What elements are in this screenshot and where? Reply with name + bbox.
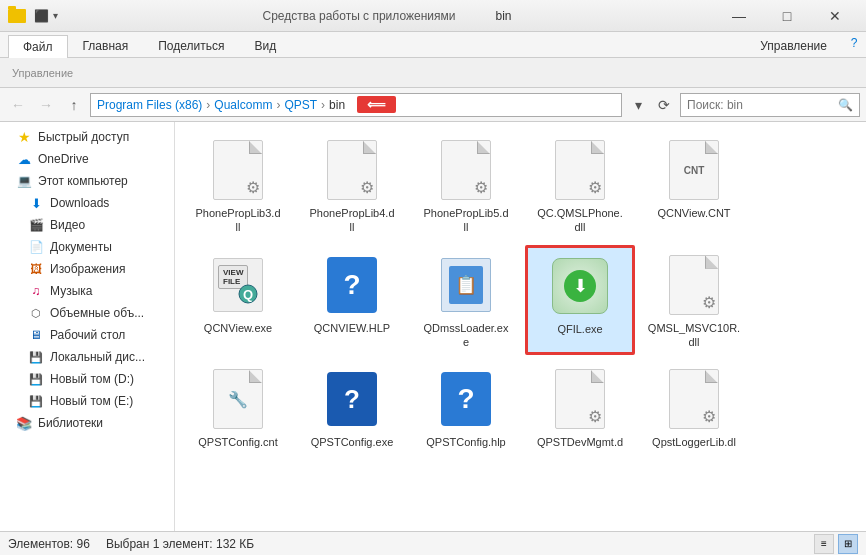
file-item-qdmssloader[interactable]: 📋 QDmssLoader.exe bbox=[411, 245, 521, 356]
sidebar-label-volume-d: Новый том (D:) bbox=[50, 372, 134, 386]
content-area: ⚙ PhonePropLib3.dll ⚙ PhonePropLib4.dll … bbox=[175, 122, 866, 531]
gear-icon-6: ⚙ bbox=[588, 407, 602, 426]
desktop-icon: 🖥 bbox=[28, 327, 44, 343]
view-large-icons-button[interactable]: ⊞ bbox=[838, 534, 858, 554]
sidebar-item-onedrive[interactable]: ☁ OneDrive bbox=[0, 148, 174, 170]
tab-view[interactable]: Вид bbox=[239, 34, 291, 57]
downloads-icon: ⬇ bbox=[28, 195, 44, 211]
breadcrumb-bin[interactable]: bin bbox=[329, 98, 345, 112]
sidebar-item-computer[interactable]: 💻 Этот компьютер bbox=[0, 170, 174, 192]
sidebar-label-libraries: Библиотеки bbox=[38, 416, 103, 430]
help-icon-qcnview: ? bbox=[327, 257, 377, 313]
refresh-address-button[interactable]: ⟳ bbox=[652, 93, 676, 117]
file-icon-qpstdevmgmt: ⚙ bbox=[548, 367, 612, 431]
up-button[interactable]: ↑ bbox=[62, 93, 86, 117]
qfil-download-arrow: ⬇ bbox=[564, 270, 596, 302]
main-area: ★ Быстрый доступ ☁ OneDrive 💻 Этот компь… bbox=[0, 122, 866, 531]
file-name-qpstconfigcnt: QPSTConfig.cnt bbox=[198, 435, 277, 449]
file-item-phoneproplib5[interactable]: ⚙ PhonePropLib5.dll bbox=[411, 130, 521, 241]
file-name-qpstloggerlib: QpstLoggerLib.dl bbox=[652, 435, 736, 449]
ribbon-help-button[interactable]: ? bbox=[842, 31, 866, 55]
file-item-qcqmslphone[interactable]: ⚙ QC.QMSLPhone.dll bbox=[525, 130, 635, 241]
file-icon-qdmssloader: 📋 bbox=[434, 253, 498, 317]
search-input[interactable] bbox=[687, 98, 838, 112]
file-name-qfil: QFIL.exe bbox=[557, 322, 602, 336]
file-item-qpstconfigexe[interactable]: ? QPSTConfig.exe bbox=[297, 359, 407, 455]
file-item-qpstconfigcnt[interactable]: 🔧 QPSTConfig.cnt bbox=[183, 359, 293, 455]
red-arrow-annotation: ⟸ bbox=[357, 96, 396, 113]
gear-icon-3: ⚙ bbox=[474, 178, 488, 197]
forward-button[interactable]: → bbox=[34, 93, 58, 117]
view-toggle-buttons: ≡ ⊞ bbox=[814, 534, 858, 554]
file-item-qcnviewexe[interactable]: VIEWFILE Q QCNView.exe bbox=[183, 245, 293, 356]
breadcrumb-qualcomm[interactable]: Qualcomm bbox=[214, 98, 272, 112]
sidebar-item-3d-objects[interactable]: ⬡ Объемные объ... bbox=[0, 302, 174, 324]
close-button[interactable]: ✕ bbox=[812, 2, 858, 30]
tab-file[interactable]: Файл bbox=[8, 35, 68, 58]
sidebar-item-quick-access[interactable]: ★ Быстрый доступ bbox=[0, 126, 174, 148]
breadcrumb-qpst[interactable]: QPST bbox=[284, 98, 317, 112]
file-icon-qfil: ⬇ bbox=[548, 254, 612, 318]
sidebar-item-volume-e[interactable]: 💾 Новый том (E:) bbox=[0, 390, 174, 412]
file-item-qmslmsvc10[interactable]: ⚙ QMSL_MSVC10R.dll bbox=[639, 245, 749, 356]
sidebar-label-computer: Этот компьютер bbox=[38, 174, 128, 188]
file-item-qfil[interactable]: ⬇ QFIL.exe bbox=[525, 245, 635, 356]
star-icon: ★ bbox=[16, 129, 32, 145]
file-item-qpstconfighlp[interactable]: ? QPSTConfig.hlp bbox=[411, 359, 521, 455]
docs-icon: 📄 bbox=[28, 239, 44, 255]
title-quick-icon1: ⬛ bbox=[34, 9, 49, 23]
sidebar-item-local-disk[interactable]: 💾 Локальный дис... bbox=[0, 346, 174, 368]
sidebar-label-quick-access: Быстрый доступ bbox=[38, 130, 129, 144]
video-icon: 🎬 bbox=[28, 217, 44, 233]
file-name-qcnviewexe: QCNView.exe bbox=[204, 321, 272, 335]
gear-icon-2: ⚙ bbox=[360, 178, 374, 197]
search-box[interactable]: 🔍 bbox=[680, 93, 860, 117]
file-item-qcnviewcnt[interactable]: CNT QCNView.CNT bbox=[639, 130, 749, 241]
sidebar-item-libraries[interactable]: 📚 Библиотеки bbox=[0, 412, 174, 434]
sidebar-item-downloads[interactable]: ⬇ Downloads bbox=[0, 192, 174, 214]
file-item-phoneproplib3[interactable]: ⚙ PhonePropLib3.dll bbox=[183, 130, 293, 241]
gear-icon-5: ⚙ bbox=[702, 293, 716, 312]
sidebar-label-volume-e: Новый том (E:) bbox=[50, 394, 133, 408]
file-item-qpstdevmgmt[interactable]: ⚙ QPSTDevMgmt.d bbox=[525, 359, 635, 455]
sidebar-label-downloads: Downloads bbox=[50, 196, 109, 210]
file-item-qcnviewhlp[interactable]: ? QCNVIEW.HLP bbox=[297, 245, 407, 356]
file-name-qcqmslphone: QC.QMSLPhone.dll bbox=[537, 206, 623, 235]
minimize-button[interactable]: — bbox=[716, 2, 762, 30]
file-name-qpstdevmgmt: QPSTDevMgmt.d bbox=[537, 435, 623, 449]
breadcrumb-program-files[interactable]: Program Files (x86) bbox=[97, 98, 202, 112]
tab-share[interactable]: Поделиться bbox=[143, 34, 239, 57]
computer-icon: 💻 bbox=[16, 173, 32, 189]
back-button[interactable]: ← bbox=[6, 93, 30, 117]
sidebar: ★ Быстрый доступ ☁ OneDrive 💻 Этот компь… bbox=[0, 122, 175, 531]
dropdown-button[interactable]: ▾ bbox=[626, 93, 650, 117]
sidebar-item-video[interactable]: 🎬 Видео bbox=[0, 214, 174, 236]
tab-home[interactable]: Главная bbox=[68, 34, 144, 57]
file-icon-qcnviewhlp: ? bbox=[320, 253, 384, 317]
manage-label: Управление bbox=[12, 67, 73, 79]
file-icon-qpstconfighlp: ? bbox=[434, 367, 498, 431]
cloud-icon: ☁ bbox=[16, 151, 32, 167]
sidebar-item-docs[interactable]: 📄 Документы bbox=[0, 236, 174, 258]
file-icon-phoneproplib4: ⚙ bbox=[320, 138, 384, 202]
maximize-button[interactable]: □ bbox=[764, 2, 810, 30]
sidebar-item-music[interactable]: ♫ Музыка bbox=[0, 280, 174, 302]
address-box[interactable]: Program Files (x86) › Qualcomm › QPST › … bbox=[90, 93, 622, 117]
file-item-qpstloggerlib[interactable]: ⚙ QpstLoggerLib.dl bbox=[639, 359, 749, 455]
file-item-phoneproplib4[interactable]: ⚙ PhonePropLib4.dll bbox=[297, 130, 407, 241]
ribbon-bar: Управление bbox=[0, 58, 866, 88]
sidebar-label-docs: Документы bbox=[50, 240, 112, 254]
file-name-phoneproplib5: PhonePropLib5.dll bbox=[423, 206, 508, 235]
address-actions: ▾ ⟳ bbox=[626, 93, 676, 117]
sidebar-label-video: Видео bbox=[50, 218, 85, 232]
hdd-icon-d: 💾 bbox=[28, 371, 44, 387]
view-details-button[interactable]: ≡ bbox=[814, 534, 834, 554]
file-icon-qcqmslphone: ⚙ bbox=[548, 138, 612, 202]
images-icon: 🖼 bbox=[28, 261, 44, 277]
tab-manage[interactable]: Управление bbox=[745, 34, 842, 57]
sidebar-item-volume-d[interactable]: 💾 Новый том (D:) bbox=[0, 368, 174, 390]
ribbon-context-title: Средства работы с приложениями bbox=[263, 9, 456, 23]
sidebar-item-desktop[interactable]: 🖥 Рабочий стол bbox=[0, 324, 174, 346]
sidebar-item-images[interactable]: 🖼 Изображения bbox=[0, 258, 174, 280]
status-selected: Выбран 1 элемент: 132 КБ bbox=[106, 537, 254, 551]
